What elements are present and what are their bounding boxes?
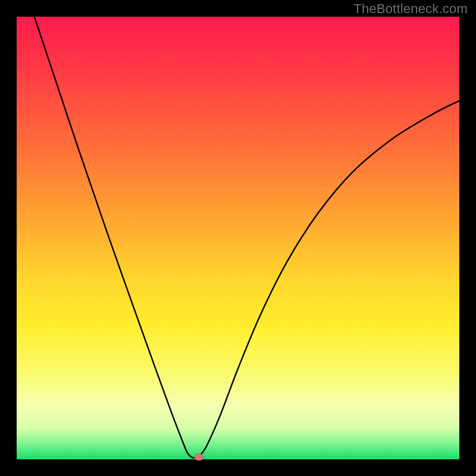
chart-stage: TheBottleneck.com — [0, 0, 476, 476]
bottleneck-chart — [0, 0, 476, 476]
optimal-point-marker — [195, 454, 204, 461]
plot-area — [17, 17, 459, 459]
watermark-text: TheBottleneck.com — [353, 1, 468, 17]
